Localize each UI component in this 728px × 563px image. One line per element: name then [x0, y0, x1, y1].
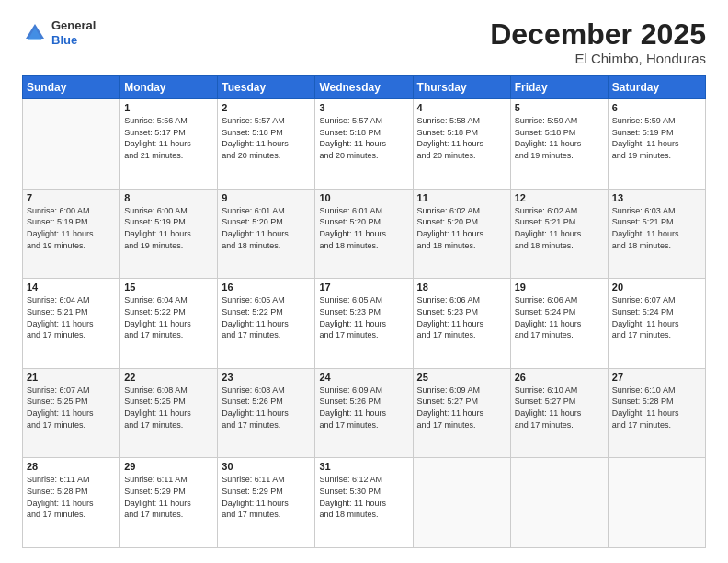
day-number: 9 [222, 192, 311, 203]
day-info: Sunrise: 6:03 AM Sunset: 5:21 PM Dayligh… [612, 205, 701, 251]
title-block: December 2025 El Chimbo, Honduras [490, 18, 706, 66]
calendar-cell: 13Sunrise: 6:03 AM Sunset: 5:21 PM Dayli… [608, 189, 705, 279]
calendar-cell: 7Sunrise: 6:00 AM Sunset: 5:19 PM Daylig… [23, 189, 120, 279]
day-number: 18 [417, 282, 506, 293]
calendar-weekday-thursday: Thursday [413, 76, 510, 99]
day-info: Sunrise: 6:08 AM Sunset: 5:26 PM Dayligh… [222, 385, 311, 431]
day-info: Sunrise: 6:02 AM Sunset: 5:21 PM Dayligh… [515, 205, 604, 251]
calendar-week-row: 14Sunrise: 6:04 AM Sunset: 5:21 PM Dayli… [23, 279, 706, 369]
day-info: Sunrise: 6:05 AM Sunset: 5:23 PM Dayligh… [319, 294, 408, 340]
day-info: Sunrise: 5:56 AM Sunset: 5:17 PM Dayligh… [124, 115, 213, 161]
day-info: Sunrise: 6:05 AM Sunset: 5:22 PM Dayligh… [222, 294, 311, 340]
day-number: 7 [27, 192, 116, 203]
day-info: Sunrise: 6:08 AM Sunset: 5:25 PM Dayligh… [124, 385, 213, 431]
calendar-cell: 24Sunrise: 6:09 AM Sunset: 5:26 PM Dayli… [315, 368, 413, 458]
day-number: 2 [222, 102, 311, 113]
calendar-table: SundayMondayTuesdayWednesdayThursdayFrid… [22, 75, 706, 548]
day-number: 5 [515, 102, 604, 113]
calendar-weekday-tuesday: Tuesday [218, 76, 315, 99]
calendar-cell: 27Sunrise: 6:10 AM Sunset: 5:28 PM Dayli… [608, 368, 705, 458]
calendar-cell: 28Sunrise: 6:11 AM Sunset: 5:28 PM Dayli… [23, 458, 120, 548]
calendar-cell: 19Sunrise: 6:06 AM Sunset: 5:24 PM Dayli… [510, 279, 608, 369]
day-number: 4 [417, 102, 506, 113]
day-number: 19 [515, 282, 604, 293]
day-info: Sunrise: 6:07 AM Sunset: 5:24 PM Dayligh… [612, 294, 701, 340]
day-number: 25 [417, 372, 506, 383]
day-number: 24 [319, 372, 408, 383]
day-info: Sunrise: 6:11 AM Sunset: 5:29 PM Dayligh… [124, 474, 213, 520]
day-info: Sunrise: 6:09 AM Sunset: 5:26 PM Dayligh… [319, 385, 408, 431]
day-number: 14 [27, 282, 116, 293]
day-number: 29 [124, 461, 213, 472]
day-info: Sunrise: 6:10 AM Sunset: 5:27 PM Dayligh… [515, 385, 604, 431]
calendar-week-row: 7Sunrise: 6:00 AM Sunset: 5:19 PM Daylig… [23, 189, 706, 279]
day-info: Sunrise: 6:04 AM Sunset: 5:22 PM Dayligh… [124, 294, 213, 340]
day-number: 27 [612, 372, 701, 383]
day-info: Sunrise: 6:09 AM Sunset: 5:27 PM Dayligh… [417, 385, 506, 431]
day-info: Sunrise: 5:57 AM Sunset: 5:18 PM Dayligh… [222, 115, 311, 161]
calendar-cell [23, 99, 120, 190]
page-header: General Blue December 2025 El Chimbo, Ho… [22, 18, 706, 66]
day-number: 21 [27, 372, 116, 383]
calendar-cell: 26Sunrise: 6:10 AM Sunset: 5:27 PM Dayli… [510, 368, 608, 458]
calendar-cell: 23Sunrise: 6:08 AM Sunset: 5:26 PM Dayli… [218, 368, 315, 458]
calendar-cell: 29Sunrise: 6:11 AM Sunset: 5:29 PM Dayli… [120, 458, 218, 548]
calendar-weekday-saturday: Saturday [608, 76, 705, 99]
calendar-weekday-friday: Friday [510, 76, 608, 99]
logo-icon [22, 20, 48, 46]
day-number: 13 [612, 192, 701, 203]
calendar-cell: 1Sunrise: 5:56 AM Sunset: 5:17 PM Daylig… [120, 99, 218, 190]
calendar-cell [608, 458, 705, 548]
day-info: Sunrise: 6:00 AM Sunset: 5:19 PM Dayligh… [124, 205, 213, 251]
calendar-cell: 21Sunrise: 6:07 AM Sunset: 5:25 PM Dayli… [23, 368, 120, 458]
day-info: Sunrise: 5:57 AM Sunset: 5:18 PM Dayligh… [319, 115, 408, 161]
day-number: 23 [222, 372, 311, 383]
day-number: 30 [222, 461, 311, 472]
day-number: 12 [515, 192, 604, 203]
day-info: Sunrise: 6:04 AM Sunset: 5:21 PM Dayligh… [27, 294, 116, 340]
day-info: Sunrise: 6:10 AM Sunset: 5:28 PM Dayligh… [612, 385, 701, 431]
day-number: 6 [612, 102, 701, 113]
calendar-cell: 22Sunrise: 6:08 AM Sunset: 5:25 PM Dayli… [120, 368, 218, 458]
day-info: Sunrise: 6:01 AM Sunset: 5:20 PM Dayligh… [222, 205, 311, 251]
calendar-week-row: 28Sunrise: 6:11 AM Sunset: 5:28 PM Dayli… [23, 458, 706, 548]
calendar-cell: 12Sunrise: 6:02 AM Sunset: 5:21 PM Dayli… [510, 189, 608, 279]
day-number: 17 [319, 282, 408, 293]
calendar-cell: 17Sunrise: 6:05 AM Sunset: 5:23 PM Dayli… [315, 279, 413, 369]
day-number: 1 [124, 102, 213, 113]
day-info: Sunrise: 6:06 AM Sunset: 5:23 PM Dayligh… [417, 294, 506, 340]
day-number: 31 [319, 461, 408, 472]
month-title: December 2025 [490, 18, 706, 51]
day-info: Sunrise: 6:02 AM Sunset: 5:20 PM Dayligh… [417, 205, 506, 251]
calendar-header-row: SundayMondayTuesdayWednesdayThursdayFrid… [23, 76, 706, 99]
day-info: Sunrise: 6:01 AM Sunset: 5:20 PM Dayligh… [319, 205, 408, 251]
calendar-cell: 4Sunrise: 5:58 AM Sunset: 5:18 PM Daylig… [413, 99, 510, 190]
day-info: Sunrise: 6:06 AM Sunset: 5:24 PM Dayligh… [515, 294, 604, 340]
calendar-week-row: 21Sunrise: 6:07 AM Sunset: 5:25 PM Dayli… [23, 368, 706, 458]
calendar-cell: 31Sunrise: 6:12 AM Sunset: 5:30 PM Dayli… [315, 458, 413, 548]
day-number: 20 [612, 282, 701, 293]
calendar-cell: 30Sunrise: 6:11 AM Sunset: 5:29 PM Dayli… [218, 458, 315, 548]
calendar-cell: 6Sunrise: 5:59 AM Sunset: 5:19 PM Daylig… [608, 99, 705, 190]
calendar-cell: 3Sunrise: 5:57 AM Sunset: 5:18 PM Daylig… [315, 99, 413, 190]
calendar-cell: 5Sunrise: 5:59 AM Sunset: 5:18 PM Daylig… [510, 99, 608, 190]
location: El Chimbo, Honduras [490, 51, 706, 66]
calendar-week-row: 1Sunrise: 5:56 AM Sunset: 5:17 PM Daylig… [23, 99, 706, 190]
day-info: Sunrise: 6:12 AM Sunset: 5:30 PM Dayligh… [319, 474, 408, 520]
logo-text: General Blue [51, 18, 96, 47]
day-info: Sunrise: 6:11 AM Sunset: 5:28 PM Dayligh… [27, 474, 116, 520]
day-info: Sunrise: 6:11 AM Sunset: 5:29 PM Dayligh… [222, 474, 311, 520]
calendar-weekday-wednesday: Wednesday [315, 76, 413, 99]
calendar-cell: 10Sunrise: 6:01 AM Sunset: 5:20 PM Dayli… [315, 189, 413, 279]
day-info: Sunrise: 5:59 AM Sunset: 5:19 PM Dayligh… [612, 115, 701, 161]
day-number: 28 [27, 461, 116, 472]
calendar-cell: 14Sunrise: 6:04 AM Sunset: 5:21 PM Dayli… [23, 279, 120, 369]
calendar-cell: 20Sunrise: 6:07 AM Sunset: 5:24 PM Dayli… [608, 279, 705, 369]
logo: General Blue [22, 18, 96, 47]
day-number: 26 [515, 372, 604, 383]
day-info: Sunrise: 5:59 AM Sunset: 5:18 PM Dayligh… [515, 115, 604, 161]
day-number: 8 [124, 192, 213, 203]
day-number: 15 [124, 282, 213, 293]
calendar-cell: 16Sunrise: 6:05 AM Sunset: 5:22 PM Dayli… [218, 279, 315, 369]
calendar-cell: 18Sunrise: 6:06 AM Sunset: 5:23 PM Dayli… [413, 279, 510, 369]
